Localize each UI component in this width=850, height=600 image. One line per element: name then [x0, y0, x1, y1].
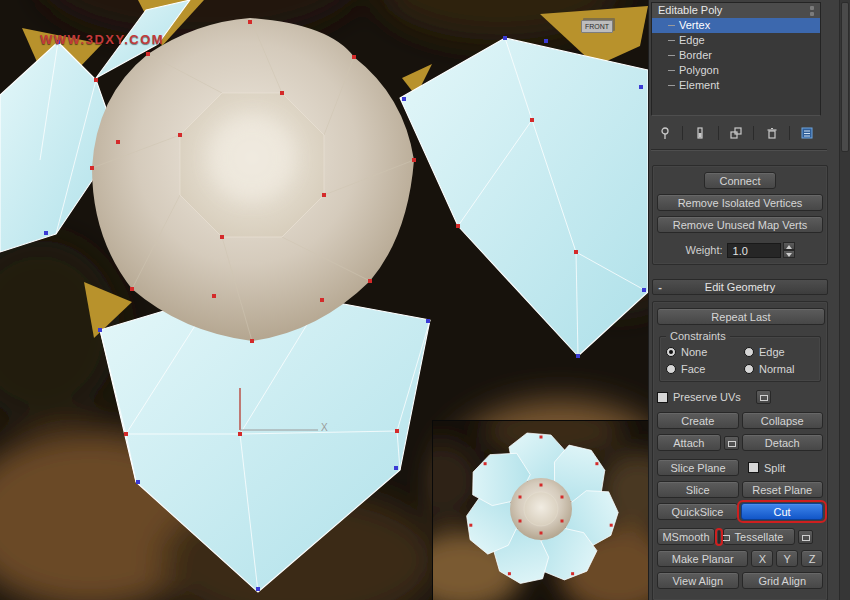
- stack-item-editable-poly[interactable]: Editable Poly: [652, 3, 820, 18]
- show-end-result-icon[interactable]: [690, 124, 710, 142]
- tree-tick-icon: [668, 70, 675, 71]
- quickslice-button[interactable]: QuickSlice: [657, 503, 738, 520]
- stack-item-element[interactable]: Element: [652, 78, 820, 93]
- collapse-button[interactable]: Collapse: [742, 412, 824, 429]
- toolbar-separator: [718, 126, 719, 140]
- radio-label: Face: [681, 363, 705, 375]
- inset-viewport[interactable]: [432, 420, 648, 600]
- edit-vertices-rollout-body: Connect Remove Isolated Vertices Remove …: [652, 165, 828, 265]
- make-unique-icon[interactable]: [726, 124, 746, 142]
- watermark: WWW.3DXY.COM: [40, 32, 164, 47]
- axis-x-label: X: [321, 422, 328, 433]
- radio-label: None: [681, 346, 707, 358]
- stack-item-label: Polygon: [679, 63, 719, 78]
- cut-button[interactable]: Cut: [741, 503, 823, 520]
- toolbar-separator: [682, 126, 683, 140]
- stack-item-label: Edge: [679, 33, 705, 48]
- remove-unused-map-verts-button[interactable]: Remove Unused Map Verts: [657, 216, 823, 233]
- preserve-uvs-label: Preserve UVs: [673, 391, 741, 403]
- modifier-stack-list[interactable]: Editable Poly Vertex Edge Border Polygon: [651, 2, 821, 116]
- application-window: WWW.3DXY.COM FRONT X: [0, 0, 850, 600]
- panel-scrollbar-thumb[interactable]: [841, 2, 849, 152]
- inset-canvas: [433, 421, 648, 600]
- detach-button[interactable]: Detach: [742, 434, 823, 451]
- weight-input[interactable]: 1.0: [727, 243, 781, 258]
- stack-item-label: Border: [679, 48, 712, 63]
- make-planar-button[interactable]: Make Planar: [657, 550, 748, 567]
- weight-spin-down-button[interactable]: [783, 250, 795, 258]
- split-label: Split: [764, 462, 785, 474]
- split-checkbox[interactable]: [748, 462, 759, 473]
- msmooth-button[interactable]: MSmooth: [657, 528, 715, 545]
- align-x-button[interactable]: X: [751, 550, 773, 567]
- constraint-none-radio[interactable]: None: [666, 346, 744, 358]
- reset-plane-button[interactable]: Reset Plane: [742, 481, 824, 498]
- stack-item-vertex[interactable]: Vertex: [652, 18, 820, 33]
- weight-spin-up-button[interactable]: [783, 242, 795, 250]
- remove-modifier-icon[interactable]: [762, 124, 782, 142]
- tree-tick-icon: [668, 25, 675, 26]
- stack-item-polygon[interactable]: Polygon: [652, 63, 820, 78]
- create-button[interactable]: Create: [657, 412, 739, 429]
- tessellate-button[interactable]: Tessellate: [723, 528, 795, 545]
- main-viewport[interactable]: WWW.3DXY.COM FRONT X: [0, 0, 648, 600]
- attach-button[interactable]: Attach: [657, 434, 721, 451]
- tree-tick-icon: [668, 85, 675, 86]
- slice-button[interactable]: Slice: [657, 481, 739, 498]
- panel-scrollbar[interactable]: [839, 0, 850, 600]
- grid-align-button[interactable]: Grid Align: [742, 572, 824, 589]
- constraint-edge-radio[interactable]: Edge: [744, 346, 822, 358]
- toolbar-separator: [753, 126, 754, 140]
- modifier-stack-toolbar: [651, 120, 821, 145]
- stack-item-label: Element: [679, 78, 719, 93]
- stack-item-label: Editable Poly: [658, 3, 722, 18]
- tree-tick-icon: [668, 55, 675, 56]
- radio-icon: [744, 364, 754, 374]
- radio-label: Normal: [759, 363, 794, 375]
- tree-tick-icon: [668, 40, 675, 41]
- view-label-badge: FRONT: [581, 20, 613, 33]
- connect-button[interactable]: Connect: [704, 172, 776, 189]
- constraints-group: Constraints None Edge Face: [659, 336, 821, 382]
- weight-label: Weight:: [685, 244, 722, 256]
- radio-label: Edge: [759, 346, 785, 358]
- preserve-uvs-checkbox[interactable]: [657, 392, 668, 403]
- stack-item-border[interactable]: Border: [652, 48, 820, 63]
- stack-item-edge[interactable]: Edge: [652, 33, 820, 48]
- toolbar-separator: [789, 126, 790, 140]
- msmooth-settings-button[interactable]: [718, 530, 720, 544]
- constraints-label: Constraints: [666, 330, 730, 342]
- radio-icon: [666, 347, 676, 357]
- align-z-button[interactable]: Z: [801, 550, 823, 567]
- view-align-button[interactable]: View Align: [657, 572, 739, 589]
- slice-plane-button[interactable]: Slice Plane: [657, 459, 739, 476]
- panel-divider: [651, 149, 827, 151]
- stack-scroll-dots: [805, 4, 819, 18]
- attach-settings-button[interactable]: [724, 436, 739, 450]
- radio-icon: [666, 364, 676, 374]
- rollout-collapse-icon: -: [653, 281, 667, 293]
- align-y-button[interactable]: Y: [776, 550, 798, 567]
- command-panel: Editable Poly Vertex Edge Border Polygon: [648, 0, 850, 600]
- radio-icon: [744, 347, 754, 357]
- repeat-last-button[interactable]: Repeat Last: [657, 308, 825, 325]
- pin-stack-icon[interactable]: [655, 124, 675, 142]
- rollout-title: Edit Geometry: [667, 281, 827, 293]
- remove-isolated-vertices-button[interactable]: Remove Isolated Vertices: [657, 194, 823, 211]
- tessellate-settings-button[interactable]: [798, 530, 813, 544]
- configure-modifier-sets-icon[interactable]: [797, 124, 817, 142]
- constraint-face-radio[interactable]: Face: [666, 363, 744, 375]
- constraint-normal-radio[interactable]: Normal: [744, 363, 822, 375]
- preserve-uvs-settings-button[interactable]: [756, 390, 771, 404]
- stack-item-label: Vertex: [679, 18, 710, 33]
- edit-geometry-rollout-body: Repeat Last Constraints None Edge: [652, 301, 828, 600]
- edit-geometry-rollout-header[interactable]: - Edit Geometry: [652, 279, 828, 295]
